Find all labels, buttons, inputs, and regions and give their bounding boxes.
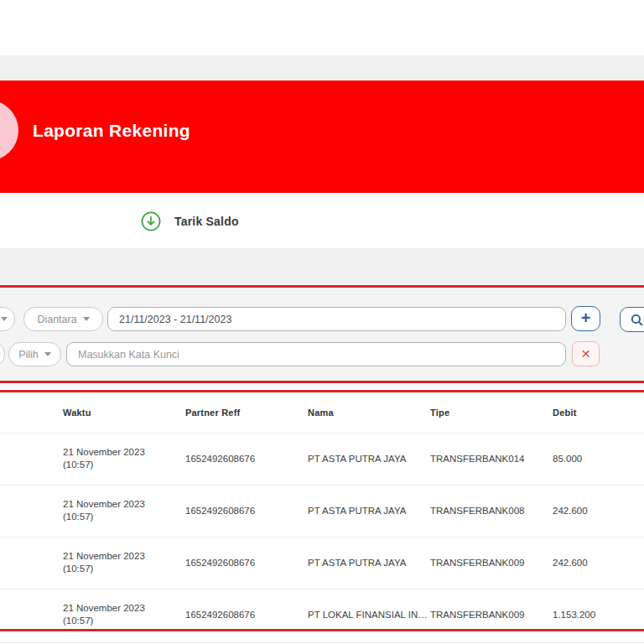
waktu-time: (10:57) [63, 563, 164, 575]
add-filter-button[interactable]: + [571, 306, 600, 331]
range-type-select[interactable]: Diantara [23, 307, 103, 331]
waktu-date: 21 November 2023 [63, 498, 164, 511]
transactions-table: Waktu Partner Reff Nama Tipe Debit 21 No… [0, 392, 644, 631]
tarik-saldo-label: Tarik Saldo [174, 215, 239, 228]
column-header-tipe: Tipe [418, 392, 540, 433]
cell-tipe: TRANSFERBANK008 [418, 485, 540, 537]
cell-tipe: TRANSFERBANK009 [418, 537, 540, 589]
column-header-debit: Debit [540, 392, 644, 433]
bottom-divider [0, 642, 644, 643]
cell-debit: 242.600 [540, 485, 644, 537]
spacer-cell [0, 433, 50, 485]
table-row: 21 November 2023(10:57)1652492608676PT L… [0, 589, 644, 631]
cell-partner-reff: 1652492608676 [173, 433, 295, 485]
cell-tipe: TRANSFERBANK014 [418, 433, 540, 485]
cell-tipe: TRANSFERBANK009 [418, 589, 540, 631]
transactions-table-card: Waktu Partner Reff Nama Tipe Debit 21 No… [0, 390, 644, 631]
cell-nama: PT ASTA PUTRA JAYA [295, 433, 418, 485]
search-icon [631, 314, 643, 326]
chevron-down-icon [44, 352, 51, 356]
cell-partner-reff: 1652492608676 [173, 537, 295, 589]
date-range-input[interactable] [107, 307, 566, 331]
waktu-date: 21 November 2023 [63, 602, 164, 615]
cell-nama: PT ASTA PUTRA JAYA [295, 537, 418, 589]
decorative-circle [0, 100, 18, 161]
table-header-row: Waktu Partner Reff Nama Tipe Debit [0, 392, 644, 433]
cell-waktu: 21 November 2023(10:57) [50, 537, 173, 589]
chevron-down-icon [83, 317, 90, 321]
spacer-column [0, 392, 50, 433]
top-gray-strip [0, 55, 644, 80]
table-row: 21 November 2023(10:57)1652492608676PT A… [0, 485, 644, 537]
cell-nama: PT ASTA PUTRA JAYA [295, 485, 418, 537]
spacer-cell [0, 589, 50, 631]
cell-debit: 85.000 [540, 433, 644, 485]
waktu-time: (10:57) [63, 459, 164, 471]
waktu-time: (10:57) [63, 511, 164, 523]
table-row: 21 November 2023(10:57)1652492608676PT A… [0, 537, 644, 589]
cell-debit: 242.600 [540, 537, 644, 589]
column-header-nama: Nama [295, 392, 418, 433]
tarik-saldo-button[interactable]: Tarik Saldo [141, 211, 239, 231]
plus-icon: + [581, 309, 591, 326]
cell-partner-reff: 1652492608676 [173, 589, 295, 631]
waktu-time: (10:57) [63, 615, 164, 627]
offscreen-select-2[interactable] [0, 342, 5, 366]
cell-waktu: 21 November 2023(10:57) [50, 433, 173, 485]
page: Laporan Rekening Tarik Saldo Diantara + [0, 0, 644, 644]
cell-partner-reff: 1652492608676 [173, 485, 295, 537]
spacer-cell [0, 537, 50, 589]
column-header-partner-reff: Partner Reff [173, 392, 295, 433]
divider-band [0, 248, 644, 284]
download-circle-icon [141, 211, 161, 231]
cell-waktu: 21 November 2023(10:57) [50, 589, 173, 631]
cell-nama: PT LOKAL FINANSIAL IN… [295, 589, 418, 631]
offscreen-select[interactable] [0, 307, 15, 331]
spacer-cell [0, 485, 50, 537]
page-header-banner: Laporan Rekening [0, 80, 644, 193]
clear-filter-button[interactable]: ✕ [572, 341, 600, 366]
column-header-waktu: Waktu [50, 392, 173, 433]
waktu-date: 21 November 2023 [63, 550, 164, 563]
search-button[interactable] [620, 307, 644, 332]
close-icon: ✕ [581, 347, 591, 361]
range-type-label: Diantara [37, 314, 76, 325]
cell-debit: 1.153.200 [540, 589, 644, 631]
table-row: 21 November 2023(10:57)1652492608676PT A… [0, 433, 644, 485]
waktu-date: 21 November 2023 [63, 446, 164, 459]
filter-panel: Diantara + Pilih ✕ [0, 285, 644, 383]
keyword-input[interactable] [66, 342, 566, 366]
field-select[interactable]: Pilih [8, 342, 61, 366]
cell-waktu: 21 November 2023(10:57) [50, 485, 173, 537]
actions-toolbar: Tarik Saldo [0, 193, 644, 248]
field-select-label: Pilih [18, 349, 39, 361]
chevron-down-icon [1, 317, 8, 321]
page-title: Laporan Rekening [33, 121, 190, 141]
